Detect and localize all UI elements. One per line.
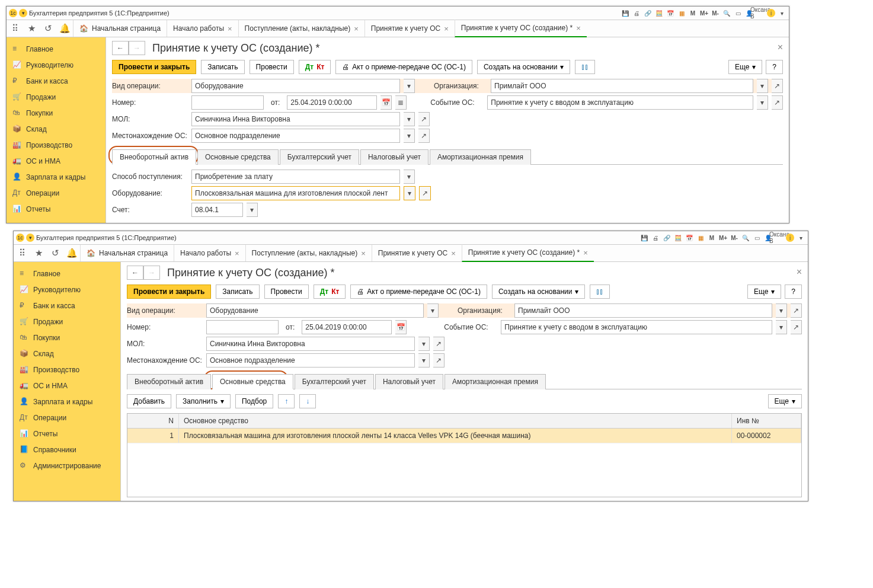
print-act-button[interactable]: 🖨Акт о приеме-передаче ОС (ОС-1) — [350, 285, 487, 299]
sidebar-item[interactable]: 🏭Производство — [14, 362, 120, 378]
home-tab[interactable]: 🏠 Начальная страница — [73, 20, 167, 37]
sidebar-item[interactable]: 📈Руководителю — [14, 282, 120, 298]
create-based-button[interactable]: Создать на основании ▾ — [477, 60, 571, 74]
dropdown-icon[interactable]: ▾ — [404, 79, 415, 93]
move-up-button[interactable]: ↑ — [278, 394, 295, 408]
loc-field[interactable]: Основное подразделение — [206, 353, 415, 368]
sidebar-item[interactable]: 🛍Покупки — [14, 330, 120, 346]
sidebar-item[interactable]: 🛒Продажи — [14, 314, 120, 330]
sidebar-item[interactable]: 📘Справочники — [14, 442, 120, 458]
mem-mp[interactable]: M+ — [718, 233, 728, 242]
zoom-icon[interactable]: 🔍 — [722, 8, 731, 18]
calendar-icon[interactable]: 📅 — [685, 233, 694, 242]
open-icon[interactable]: ↗ — [772, 95, 783, 110]
star-icon[interactable]: ★ — [23, 20, 40, 37]
mol-field[interactable]: Синичкина Инна Викторовна — [191, 112, 400, 126]
back-button[interactable]: ← — [127, 266, 143, 280]
event-field[interactable]: Принятие к учету с вводом в эксплуатацию — [501, 320, 772, 334]
dropdown-icon[interactable]: ▾ — [19, 9, 27, 17]
date-field[interactable]: 25.04.2019 0:00:00 — [302, 320, 392, 334]
open-icon[interactable]: ↗ — [419, 186, 431, 200]
open-icon[interactable]: ↗ — [418, 129, 430, 143]
open-icon[interactable]: ↗ — [433, 353, 445, 368]
grid-icon[interactable]: ▦ — [677, 8, 686, 18]
close-icon[interactable]: × — [354, 24, 359, 33]
info-icon[interactable]: i — [786, 234, 794, 242]
mem-mm[interactable]: M- — [711, 8, 720, 18]
dropdown-icon[interactable]: ▾ — [418, 337, 430, 351]
tab-2[interactable]: Принятие к учету ОС× — [364, 20, 455, 37]
grid-icon[interactable]: ▦ — [696, 233, 705, 242]
info-icon[interactable]: i — [767, 9, 775, 17]
more-button[interactable]: Еще ▾ — [768, 394, 802, 408]
sidebar-item[interactable]: 🏭Производство — [7, 137, 105, 153]
open-icon[interactable]: ↗ — [433, 337, 445, 351]
subtab-0[interactable]: Внеоборотный актив — [127, 374, 211, 389]
dtkt-button[interactable]: ДтКт — [314, 285, 346, 299]
fill-button[interactable]: Заполнить ▾ — [176, 394, 231, 408]
history-icon[interactable]: ↺ — [40, 20, 56, 37]
subtab-1[interactable]: Основные средства — [197, 149, 279, 165]
tab-0[interactable]: Начало работы× — [174, 245, 245, 261]
open-icon[interactable]: ↗ — [418, 112, 430, 126]
dropdown-icon[interactable]: ▾ — [26, 234, 34, 242]
tab-1[interactable]: Поступление (акты, накладные)× — [245, 245, 372, 261]
mem-mp[interactable]: M+ — [699, 8, 709, 18]
calc-icon[interactable]: 🧮 — [654, 8, 664, 18]
dropdown-icon[interactable]: ▾ — [776, 320, 787, 334]
post-button[interactable]: Провести — [264, 285, 309, 299]
link-icon[interactable]: 🔗 — [643, 8, 653, 18]
acc-field[interactable]: 08.04.1 — [191, 203, 243, 217]
min-icon[interactable]: ▾ — [796, 233, 805, 242]
sidebar-item[interactable]: ≡Главное — [14, 266, 120, 282]
tab-3[interactable]: Принятие к учету ОС (создание) *× — [462, 244, 594, 262]
subtab-0[interactable]: Внеоборотный актив — [112, 149, 196, 165]
print-icon[interactable]: 🖨 — [651, 233, 660, 242]
write-button[interactable]: Записать — [201, 60, 244, 74]
number-field[interactable] — [191, 95, 264, 110]
save-icon[interactable]: 💾 — [639, 233, 649, 242]
bell-icon[interactable]: 🔔 — [56, 20, 73, 37]
open-icon[interactable]: ↗ — [772, 79, 783, 93]
close-icon[interactable]: × — [361, 249, 366, 258]
dropdown-icon[interactable]: ▾ — [757, 79, 768, 93]
struct-button[interactable]: ⫿⫿ — [590, 285, 610, 299]
sidebar-item[interactable]: 📦Склад — [14, 346, 120, 362]
window-icon[interactable]: ▭ — [733, 8, 743, 18]
sidebar-item[interactable]: ⚙Администрирование — [14, 458, 120, 474]
open-icon[interactable]: ↗ — [791, 303, 802, 318]
date-field[interactable]: 25.04.2019 0:00:00 — [287, 95, 377, 110]
sidebar-item[interactable]: 🚛ОС и НМА — [14, 378, 120, 394]
list-icon[interactable]: ≣ — [395, 95, 407, 110]
sidebar-item[interactable]: ≡Главное — [7, 41, 105, 57]
subtab-3[interactable]: Налоговый учет — [360, 149, 428, 165]
dropdown-icon[interactable]: ▾ — [757, 95, 768, 110]
home-tab[interactable]: 🏠 Начальная страница — [80, 245, 174, 261]
print-icon[interactable]: 🖨 — [632, 8, 641, 18]
open-icon[interactable]: ↗ — [791, 320, 802, 334]
number-field[interactable] — [206, 320, 279, 334]
close-icon[interactable]: × — [797, 267, 802, 277]
mem-m[interactable]: M — [707, 233, 717, 242]
col-n[interactable]: N — [127, 414, 179, 428]
calc-icon[interactable]: 🧮 — [673, 233, 683, 242]
dropdown-icon[interactable]: ▾ — [404, 112, 415, 126]
event-field[interactable]: Принятие к учету с вводом в эксплуатацию — [487, 95, 753, 110]
loc-field[interactable]: Основное подразделение — [191, 129, 400, 143]
min-icon[interactable]: ▾ — [777, 8, 786, 18]
col-main[interactable]: Основное средство — [179, 414, 732, 428]
close-icon[interactable]: × — [583, 248, 588, 257]
star-icon[interactable]: ★ — [30, 245, 47, 261]
sidebar-item[interactable]: ДтОперации — [14, 410, 120, 426]
sidebar-item[interactable]: ₽Банк и касса — [14, 298, 120, 314]
sidebar-item[interactable]: 📊Отчеты — [14, 426, 120, 442]
post-close-button[interactable]: Провести и закрыть — [112, 60, 196, 74]
print-act-button[interactable]: 🖨Акт о приеме-передаче ОС (ОС-1) — [335, 60, 472, 74]
col-inv[interactable]: Инв № — [732, 414, 801, 428]
write-button[interactable]: Записать — [216, 285, 259, 299]
subtab-4[interactable]: Амортизационная премия — [430, 149, 531, 165]
subtab-1[interactable]: Основные средства — [212, 374, 293, 389]
history-icon[interactable]: ↺ — [47, 245, 63, 261]
close-icon[interactable]: × — [451, 249, 456, 258]
close-icon[interactable]: × — [444, 24, 449, 33]
